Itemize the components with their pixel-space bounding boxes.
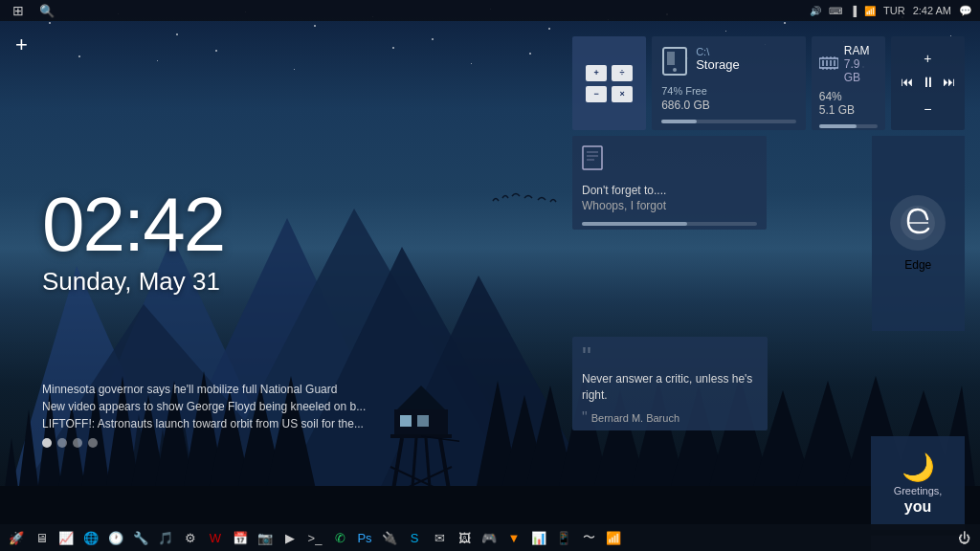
calc-key-mul: × (612, 86, 633, 102)
quote-mark: " (582, 346, 758, 367)
topbar-battery-icon: ▐ (850, 6, 857, 16)
ram-used: 5.1 GB (819, 103, 878, 117)
quote-inner: " Never answer a critic, unless he's rig… (572, 337, 768, 430)
quote-text: Never answer a critic, unless he's right… (582, 371, 758, 404)
add-tile-button[interactable]: + (15, 33, 28, 57)
taskbar-rocket-icon[interactable]: 🚀 (6, 527, 27, 548)
media-volume-up[interactable]: + (924, 51, 931, 66)
taskbar-health-icon[interactable]: 📈 (56, 527, 77, 548)
storage-inner: C:\ Storage 74% Free 686.0 GB (652, 36, 806, 130)
news-item-2[interactable]: New video appears to show George Floyd b… (42, 400, 366, 413)
note-header (582, 145, 757, 176)
tiles-row-2: Don't forget to.... Whoops, I forgot Edg… (572, 136, 965, 331)
news-dot-2[interactable] (57, 438, 67, 448)
media-prev-button[interactable]: ⏮ (901, 75, 913, 89)
tile-edge[interactable]: Edge (872, 136, 966, 331)
taskbar-whatsapp-icon[interactable]: ✆ (329, 527, 350, 548)
taskbar-pulse-icon[interactable]: 〜 (578, 527, 599, 548)
tile-spacer-r3 (773, 337, 867, 430)
quote-attribution: " Bernard M. Baruch (582, 409, 758, 427)
ram-title-text: RAM 7.9 GB (844, 44, 878, 84)
taskbar-images-icon[interactable]: 🖼 (454, 527, 475, 548)
tile-media-controls[interactable]: + ⏮ ⏸ ⏭ − (891, 36, 965, 130)
media-volume-down[interactable]: − (924, 101, 931, 117)
greetings-line2: you (904, 498, 931, 516)
taskbar-skype-icon[interactable]: S (404, 527, 425, 548)
media-next-button[interactable]: ⏭ (943, 75, 955, 89)
svg-point-56 (673, 68, 677, 72)
taskbar-word-icon[interactable]: W (205, 527, 226, 548)
note-subtitle: Whoops, I forgot (582, 199, 757, 212)
note-title: Don't forget to.... (582, 184, 757, 197)
taskbar-plugin-icon[interactable]: 🔌 (379, 527, 400, 548)
tiles-row-3: " Never answer a critic, unless he's rig… (572, 337, 965, 430)
taskbar-power-icon[interactable]: ⏻ (953, 527, 974, 548)
tile-spacer-r4 (572, 436, 865, 530)
taskbar-calendar-icon[interactable]: 📅 (230, 527, 251, 548)
taskbar-music-icon[interactable]: 🎵 (155, 527, 176, 548)
tile-calculator[interactable]: + ÷ − × (572, 36, 646, 130)
storage-name: Storage (696, 57, 796, 72)
ram-icon (819, 55, 838, 75)
svg-rect-65 (834, 56, 835, 58)
news-area: Minnesota governor says he'll mobilize f… (42, 383, 366, 448)
calc-key-div: ÷ (612, 65, 633, 81)
storage-path: C:\ (696, 46, 796, 57)
news-item-3[interactable]: LIFTOFF!: Astronauts launch toward orbit… (42, 417, 366, 430)
note-inner: Don't forget to.... Whoops, I forgot (572, 136, 767, 230)
taskbar-mail-icon[interactable]: ✉ (429, 527, 450, 548)
tile-quote[interactable]: " Never answer a critic, unless he's rig… (572, 337, 768, 430)
tile-ram[interactable]: RAM 7.9 GB 64% 5.1 GB (812, 36, 885, 130)
svg-rect-55 (667, 52, 675, 65)
taskbar-chart-icon[interactable]: 📊 (528, 527, 549, 548)
tiles-container: + ÷ − × C:\ (572, 36, 965, 551)
calc-key-minus: − (586, 86, 607, 102)
taskbar-photoshop-icon[interactable]: Ps (354, 527, 375, 548)
storage-bar-fill (661, 120, 697, 123)
storage-drive-icon (661, 46, 688, 81)
clock-area: 02:42 Sunday, May 31 (42, 187, 224, 297)
taskbar-clock-icon[interactable]: 🕐 (105, 527, 126, 548)
svg-rect-66 (822, 68, 824, 70)
taskbar-desktop-icon[interactable]: 🖥 (31, 527, 52, 548)
tile-note[interactable]: Don't forget to.... Whoops, I forgot (572, 136, 767, 230)
taskbar-tools-icon[interactable]: 🔧 (130, 527, 151, 548)
taskbar-media-icon[interactable]: ▶ (279, 527, 301, 548)
taskbar-camera-icon[interactable]: 📷 (255, 527, 276, 548)
media-playback-controls: ⏮ ⏸ ⏭ (901, 74, 955, 90)
tile-greetings[interactable]: 🌙 Greetings, you (871, 436, 965, 530)
topbar-notifications-icon[interactable]: 💬 (959, 5, 972, 17)
svg-rect-46 (417, 415, 429, 427)
edge-logo-circle (890, 195, 946, 251)
quote-author: Bernard M. Baruch (591, 412, 679, 424)
ram-total: 7.9 GB (844, 57, 878, 84)
taskbar-wifi2-icon[interactable]: 📶 (603, 527, 624, 548)
svg-marker-43 (397, 386, 445, 409)
svg-rect-61 (834, 60, 835, 66)
topbar-search-icon[interactable]: 🔍 (36, 0, 57, 21)
taskbar-phone-icon[interactable]: 📱 (553, 527, 574, 548)
svg-rect-69 (834, 68, 835, 70)
clock-date: Sunday, May 31 (42, 267, 224, 297)
news-dot-1[interactable] (42, 438, 52, 448)
taskbar-settings-icon[interactable]: ⚙ (180, 527, 201, 548)
svg-rect-59 (826, 60, 828, 66)
topbar-keyboard-icon: ⌨ (829, 6, 842, 16)
storage-bar (661, 120, 796, 123)
news-dot-3[interactable] (73, 438, 82, 448)
taskbar-game-icon[interactable]: 🎮 (479, 527, 500, 548)
media-play-button[interactable]: ⏸ (921, 74, 935, 90)
taskbar-vlc-icon[interactable]: ▼ (503, 527, 524, 548)
svg-rect-45 (400, 415, 412, 427)
news-item-1[interactable]: Minnesota governor says he'll mobilize f… (42, 383, 366, 396)
tile-storage[interactable]: C:\ Storage 74% Free 686.0 GB (652, 36, 806, 130)
taskbar-terminal-icon[interactable]: >_ (304, 527, 325, 548)
calc-grid: + ÷ − × (586, 65, 633, 102)
birds-svg (488, 187, 584, 215)
taskbar-browser-icon[interactable]: 🌐 (80, 527, 101, 548)
note-progress-bar (582, 222, 757, 226)
svg-rect-64 (830, 56, 832, 58)
storage-info: C:\ Storage (696, 46, 796, 72)
windows-start-icon[interactable]: ⊞ (8, 0, 29, 21)
news-dot-4[interactable] (88, 438, 98, 448)
